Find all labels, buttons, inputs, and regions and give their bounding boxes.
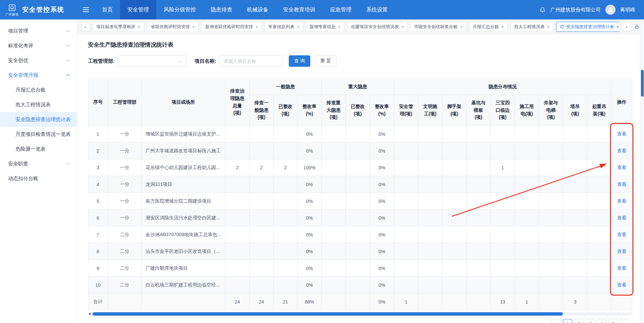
search-button[interactable]: 查 询 (289, 55, 310, 67)
tab[interactable]: 省双优检评时间安排 × (147, 22, 199, 32)
top-nav-item[interactable]: 机械设备 (239, 0, 276, 19)
sidebar-subitem[interactable]: 安全隐患排查治理统计表 (0, 112, 77, 127)
table-cell: 0% (298, 143, 322, 159)
pagination-item[interactable]: 5 (608, 319, 618, 323)
pagination-item[interactable]: ‹ (551, 319, 561, 323)
tab[interactable]: 在建项目安全创优情况表 × (347, 22, 408, 32)
table-cell: 1 (491, 159, 515, 176)
col-sub-header: 排查一般隐患(项) (250, 95, 274, 126)
table-cell (587, 159, 611, 176)
tab-close-icon[interactable]: × (616, 24, 619, 30)
tab[interactable]: 月报汇总台账 × (469, 22, 507, 32)
table-cell (587, 260, 611, 277)
company-name: 广州建筑股份有限公司 (550, 7, 601, 13)
page-title: 安全生产隐患排查治理情况统计表 (88, 41, 633, 49)
vertical-scrollbar[interactable] (640, 19, 644, 323)
sidebar-subitem[interactable]: 危大工程情况表 (0, 97, 77, 112)
horizontal-scrollbar[interactable] (88, 312, 632, 316)
pagination-item[interactable]: › (620, 319, 629, 323)
table-cell (346, 143, 370, 159)
tab-label: 安全隐患排查治理统计表 (566, 24, 614, 30)
table-cell (467, 176, 491, 193)
sidebar-subitem[interactable]: 月度项目检查情况一览表 (0, 127, 77, 142)
horizontal-scrollbar-thumb[interactable] (93, 312, 563, 316)
tab[interactable]: 新增省双优检评时间安排 × (201, 22, 262, 32)
tab-scroll-right-icon[interactable]: › (622, 22, 631, 31)
user-name[interactable]: 蒋明峰 (620, 7, 635, 13)
sidebar-item[interactable]: 安全职责 (0, 156, 77, 171)
project-name-input[interactable] (219, 55, 283, 67)
tab-close-icon[interactable]: × (192, 24, 195, 30)
pagination-item[interactable]: 3 (586, 319, 595, 323)
table-cell (250, 143, 274, 159)
top-nav-item[interactable]: 应急管理 (323, 0, 359, 19)
view-link[interactable]: 查看 (617, 198, 627, 204)
table-cell (394, 193, 418, 210)
sidebar-item-label: 安全职责 (8, 161, 28, 167)
sidebar-item[interactable]: 动态扣分台账 (0, 171, 77, 186)
notification-bell-icon[interactable] (539, 7, 546, 13)
table-cell (587, 176, 611, 193)
table-cell: 0% (370, 176, 394, 193)
tab-close-icon[interactable]: × (547, 24, 550, 30)
top-nav-item[interactable]: 首页 (95, 0, 120, 19)
view-link[interactable]: 查看 (617, 181, 627, 187)
view-link[interactable]: 查看 (617, 249, 627, 254)
tab-close-icon[interactable]: × (401, 24, 404, 30)
table-cell (563, 193, 587, 210)
view-link[interactable]: 查看 (617, 232, 627, 237)
tab-close-icon[interactable]: × (501, 24, 504, 30)
tab[interactable]: 专家信息列表 × (265, 22, 303, 32)
pagination-item[interactable]: 4 (597, 319, 606, 323)
tab-label: 项目标准化季度检评 (96, 24, 136, 30)
menu-toggle-icon[interactable] (77, 0, 95, 19)
sidebar-item[interactable]: 标准化考评 (0, 38, 77, 53)
tab[interactable]: 项目标准化季度检评 × (93, 22, 144, 32)
tab-close-icon[interactable]: × (460, 24, 463, 30)
table-cell (491, 226, 515, 243)
view-link[interactable]: 查看 (617, 131, 627, 137)
view-link[interactable]: 查看 (617, 215, 627, 220)
tab[interactable]: 危大工程情况表 × (511, 22, 553, 32)
table-cell (250, 277, 274, 293)
table-cell: 0% (370, 159, 394, 176)
tab-close-icon[interactable]: × (138, 24, 141, 30)
view-link[interactable]: 查看 (617, 282, 627, 287)
view-link[interactable]: 查看 (617, 165, 627, 170)
vertical-scrollbar-thumb[interactable] (641, 70, 644, 97)
sidebar-subitem[interactable]: 危险源一览表 (0, 142, 77, 156)
sidebar-item[interactable]: 项目管理 (0, 23, 77, 38)
scroll-left-arrow-icon[interactable] (89, 313, 91, 315)
tab-close-icon[interactable]: × (255, 24, 258, 30)
tab-close-icon[interactable]: × (297, 24, 300, 30)
table-cell (418, 226, 442, 243)
table-cell (346, 126, 370, 143)
dept-select[interactable] (117, 55, 186, 67)
table-cell: 0% (298, 193, 322, 210)
col-sub-header: 排查重大隐患(项) (322, 95, 346, 126)
tab[interactable]: 安全隐患排查治理统计表 × (556, 22, 620, 32)
user-avatar[interactable] (605, 5, 615, 15)
top-nav-item[interactable]: 隐患排查 (203, 0, 239, 19)
pagination-item[interactable]: 1 (563, 319, 572, 323)
refresh-icon[interactable] (560, 24, 564, 29)
table-cell (418, 126, 442, 143)
tab-scroll-left-icon[interactable]: ‹ (81, 22, 90, 31)
view-link[interactable]: 查看 (617, 148, 627, 153)
pagination-item[interactable]: 2 (574, 319, 584, 323)
sidebar-item[interactable]: 安全管理月报 (0, 68, 77, 83)
sidebar-item[interactable]: 安全创优 (0, 53, 77, 68)
tab-close-icon[interactable]: × (338, 24, 341, 30)
col-sub-header: 塔吊(项) (563, 95, 587, 126)
tab[interactable]: 新增专家信息 × (306, 22, 344, 32)
sidebar-subitem[interactable]: 月报汇总台账 (0, 83, 77, 97)
reset-button[interactable]: 重 置 (315, 55, 336, 67)
tab[interactable]: 市级安全创优获奖台账 × (410, 22, 466, 32)
top-nav-item[interactable]: 风险分级管控 (156, 0, 203, 19)
top-nav-item[interactable]: 安全管理 (120, 0, 156, 19)
view-link[interactable]: 查看 (617, 265, 627, 271)
top-nav-item[interactable]: 安全教育培训 (276, 0, 323, 19)
lock-icon[interactable] (634, 24, 639, 29)
top-nav-item[interactable]: 系统设置 (359, 0, 395, 19)
table-cell (250, 243, 274, 260)
